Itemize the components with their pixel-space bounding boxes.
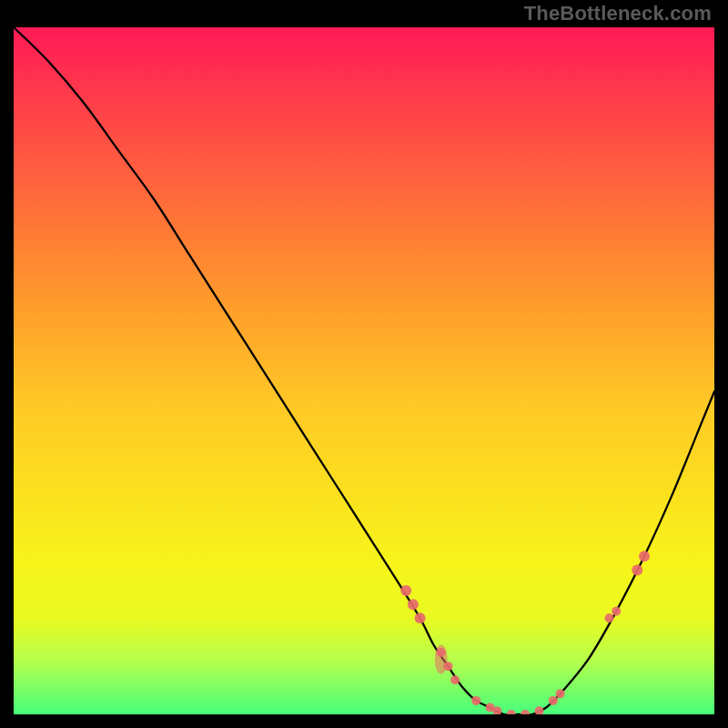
curve-marker xyxy=(450,675,460,684)
curve-marker xyxy=(415,612,426,623)
curve-markers xyxy=(400,551,650,714)
curve-marker xyxy=(639,551,650,561)
curve-marker xyxy=(549,696,558,705)
plot-area xyxy=(14,27,714,714)
curve-marker xyxy=(521,710,530,714)
chart-frame: TheBottleneck.com xyxy=(0,0,728,728)
curve-marker xyxy=(612,607,621,616)
curve-marker xyxy=(443,662,452,671)
bottleneck-curve-path xyxy=(14,27,714,714)
curve-marker xyxy=(408,599,419,610)
curve-marker xyxy=(400,585,411,596)
curve-marker xyxy=(556,689,565,698)
curve-marker xyxy=(605,613,614,622)
curve-marker xyxy=(507,710,516,714)
curve-marker xyxy=(535,706,544,714)
curve-marker xyxy=(437,648,446,657)
watermark-text: TheBottleneck.com xyxy=(524,2,712,25)
curve-svg xyxy=(14,27,714,714)
curve-marker xyxy=(471,696,480,705)
curve-marker xyxy=(632,564,642,575)
